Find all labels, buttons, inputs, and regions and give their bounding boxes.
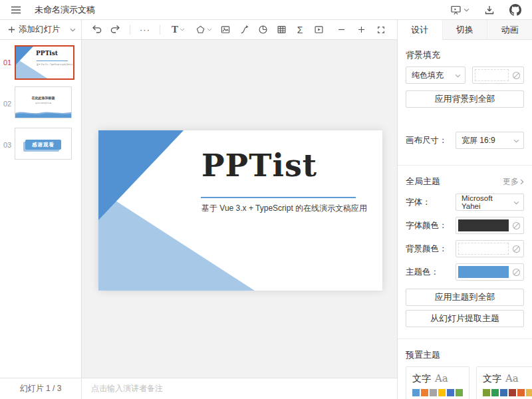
thumb-slide-subtitle: 基于 Vue 3.x + TypeScript 的在线演示文稿应用 bbox=[37, 63, 74, 66]
speaker-notes-input[interactable]: 点击输入演讲者备注 bbox=[82, 378, 397, 399]
insert-shape-button[interactable] bbox=[192, 22, 215, 38]
panel-divider bbox=[398, 165, 532, 166]
theme-color-swatches bbox=[483, 389, 532, 396]
theme-color-label: 主题色： bbox=[406, 267, 439, 278]
preset-themes-label: 预置主题 bbox=[406, 349, 524, 361]
pie-chart-icon bbox=[258, 25, 268, 35]
current-slide[interactable]: PPTist 基于 Vue 3.x + TypeScript 的在线演示文稿应用 bbox=[98, 130, 382, 291]
bg-color-picker[interactable] bbox=[456, 240, 524, 257]
status-bar: 幻灯片 1 / 3 点击输入演讲者备注 bbox=[0, 378, 397, 399]
slide-thumbnail-1[interactable]: PPTist 基于 Vue 3.x + TypeScript 的在线演示文稿应用 bbox=[15, 45, 74, 80]
insert-table-button[interactable] bbox=[273, 22, 289, 38]
toolbar: ··· T bbox=[82, 20, 397, 40]
slide-divider-line[interactable] bbox=[201, 197, 356, 198]
font-family-select[interactable]: Microsoft Yahei bbox=[456, 194, 524, 211]
palette-swatch bbox=[421, 389, 428, 396]
document-title[interactable]: 未命名演示文稿 bbox=[35, 4, 95, 16]
canvas-size-value: 宽屏 16:9 bbox=[462, 135, 495, 146]
bg-color-swatch bbox=[458, 243, 509, 255]
export-button[interactable] bbox=[484, 5, 495, 15]
background-fill-row: 纯色填充 bbox=[406, 66, 524, 84]
preset-theme-card-1[interactable]: 文字 Aa bbox=[406, 366, 469, 399]
more-label: 更多 bbox=[503, 176, 519, 188]
slide-number: 02 bbox=[0, 100, 15, 108]
add-slide-button[interactable]: 添加幻灯片 bbox=[0, 20, 82, 40]
slide-subtitle-text[interactable]: 基于 Vue 3.x + TypeScript 的在线演示文稿应用 bbox=[201, 203, 367, 214]
insert-text-button[interactable]: T bbox=[167, 22, 190, 38]
minus-icon bbox=[337, 25, 346, 34]
insert-media-button[interactable] bbox=[311, 22, 327, 38]
zoom-in-button[interactable] bbox=[353, 22, 369, 38]
slide-thumbnail-preview: 在此处添加标题 在此处添加副标题 bbox=[15, 86, 72, 118]
canvas-size-select[interactable]: 宽屏 16:9 bbox=[456, 132, 524, 149]
slide-thumbnail-2[interactable]: 在此处添加标题 在此处添加副标题 bbox=[15, 86, 74, 121]
font-color-swatch bbox=[458, 219, 509, 231]
add-slide-label: 添加幻灯片 bbox=[19, 24, 61, 35]
chevron-down-icon bbox=[464, 8, 469, 12]
topbar-actions bbox=[450, 4, 521, 16]
font-label: 字体： bbox=[406, 197, 431, 208]
tab-animation[interactable]: 动画 bbox=[487, 20, 532, 40]
slide-thumbnail-panel: 01 PPTist 基于 Vue 3.x + TypeScript 的在线演示文… bbox=[0, 40, 82, 378]
extract-theme-button[interactable]: 从幻灯片提取主题 bbox=[406, 310, 524, 327]
palette-swatch bbox=[430, 389, 437, 396]
apply-background-to-all-button[interactable]: 应用背景到全部 bbox=[406, 90, 524, 108]
chevron-down-icon bbox=[180, 28, 185, 31]
plus-icon bbox=[8, 26, 15, 33]
apply-theme-to-all-button[interactable]: 应用主题到全部 bbox=[406, 289, 524, 306]
editor-canvas[interactable]: PPTist 基于 Vue 3.x + TypeScript 的在线演示文稿应用 bbox=[82, 40, 397, 378]
palette-swatch bbox=[491, 389, 499, 396]
fit-screen-button[interactable] bbox=[373, 22, 389, 38]
slide-thumbnail-row: 03 感谢观看 bbox=[0, 128, 81, 162]
fill-type-select[interactable]: 纯色填充 bbox=[406, 66, 466, 84]
present-button[interactable] bbox=[450, 5, 469, 15]
theme-aa-sample: Aa bbox=[435, 372, 448, 384]
slide-thumbnail-row: 02 在此处添加标题 在此处添加副标题 bbox=[0, 86, 81, 121]
insert-line-button[interactable] bbox=[236, 22, 252, 38]
theme-color-swatches bbox=[412, 389, 463, 396]
insert-image-button[interactable] bbox=[217, 22, 233, 38]
font-color-picker[interactable] bbox=[456, 217, 524, 234]
insert-formula-button[interactable]: Σ bbox=[292, 22, 308, 38]
chevron-down-icon bbox=[513, 201, 519, 205]
palette-swatch bbox=[456, 389, 463, 396]
slide-number: 01 bbox=[0, 59, 15, 66]
palette-swatch bbox=[500, 389, 507, 396]
main-menu-icon[interactable] bbox=[9, 3, 23, 17]
pptist-app: 未命名演示文稿 bbox=[0, 0, 532, 399]
palette-swatch bbox=[526, 389, 532, 396]
thumb-end-button: 感谢观看 bbox=[25, 140, 61, 150]
color-picker-icon[interactable] bbox=[512, 245, 521, 253]
color-picker-icon[interactable] bbox=[512, 71, 521, 80]
plus-icon bbox=[357, 25, 366, 34]
palette-swatch bbox=[509, 389, 516, 396]
github-link[interactable] bbox=[509, 4, 521, 16]
color-picker-icon[interactable] bbox=[512, 268, 521, 277]
redo-button[interactable] bbox=[107, 22, 123, 38]
download-icon bbox=[484, 5, 495, 15]
global-theme-label: 全局主题 bbox=[406, 176, 440, 188]
toolbar-divider bbox=[130, 25, 130, 35]
add-slide-chevron-icon[interactable] bbox=[70, 28, 76, 32]
tab-design[interactable]: 设计 bbox=[398, 20, 443, 40]
theme-color-picker[interactable] bbox=[456, 263, 524, 281]
slide-thumbnail-3[interactable]: 感谢观看 bbox=[15, 128, 74, 162]
slide-title-text[interactable]: PPTist bbox=[201, 148, 317, 184]
background-fill-label: 背景填充 bbox=[406, 49, 524, 61]
panel-tabs: 设计 切换 动画 bbox=[397, 20, 532, 40]
undo-icon bbox=[91, 25, 102, 35]
insert-chart-button[interactable] bbox=[255, 22, 271, 38]
preset-theme-card-2[interactable]: 文字 Aa bbox=[476, 366, 532, 399]
zoom-controls bbox=[333, 22, 389, 38]
undo-button[interactable] bbox=[88, 22, 104, 38]
slide-thumbnail-preview: 感谢观看 bbox=[15, 128, 72, 160]
zoom-out-button[interactable] bbox=[333, 22, 349, 38]
more-tools-button[interactable]: ··· bbox=[137, 22, 153, 38]
thumb-slide-title: 在此处添加标题 bbox=[15, 96, 71, 100]
tab-transition[interactable]: 切换 bbox=[443, 20, 488, 40]
background-color-picker[interactable] bbox=[472, 66, 524, 84]
canvas-size-label: 画布尺寸： bbox=[406, 135, 448, 146]
color-picker-icon[interactable] bbox=[512, 221, 521, 230]
theme-text-sample: 文字 bbox=[483, 373, 501, 385]
theme-more-link[interactable]: 更多 bbox=[503, 176, 524, 188]
